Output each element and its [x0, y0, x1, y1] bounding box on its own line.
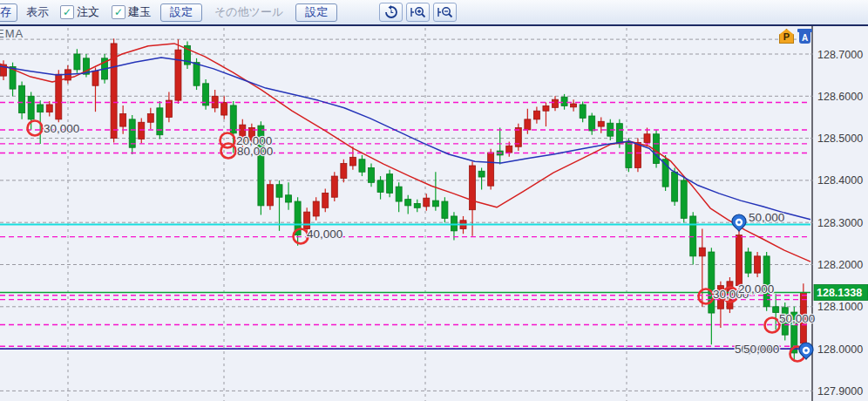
candle-body: [74, 54, 80, 70]
zoom-out-button[interactable]: [433, 3, 457, 22]
candle-body: [387, 174, 393, 194]
trash-bin-icon: A: [799, 32, 810, 44]
axis-price-label: 128.5000: [817, 133, 863, 145]
order-quantity-label: 40,000: [307, 228, 342, 241]
candle-body: [488, 153, 494, 186]
candle-body: [28, 96, 34, 119]
candle-body: [561, 97, 567, 105]
current-price-value: 128.1338: [817, 287, 862, 299]
order-quantity-label: 30,000: [44, 122, 79, 135]
candle-body: [543, 105, 549, 111]
candle-body: [230, 105, 236, 133]
candle-body: [506, 146, 512, 153]
order-quantity-label: 20,000: [738, 282, 774, 296]
delete-all-icon[interactable]: A: [797, 29, 812, 44]
candle-body: [147, 114, 153, 123]
zoom-out-icon: [437, 5, 454, 19]
candle-body: [424, 198, 430, 207]
candle-body: [634, 142, 641, 167]
candle-body: [276, 185, 282, 197]
price-axis: 128.7000128.6000128.5000128.4000128.3000…: [810, 26, 863, 401]
zoom-in-button[interactable]: [406, 3, 430, 22]
grid-lines: [0, 28, 810, 401]
candle-body: [19, 85, 25, 112]
history-icon: [383, 5, 399, 19]
candle-body: [773, 307, 779, 313]
candle-body: [525, 119, 531, 130]
candle-body: [580, 105, 586, 118]
save-button[interactable]: 存: [0, 3, 17, 22]
order-quantity-label: 50,000: [743, 343, 779, 356]
candle-body: [626, 142, 632, 167]
candle-body: [672, 172, 678, 201]
candlesticks: [1, 38, 807, 359]
candle-body: [349, 157, 356, 166]
axis-price-label: 128.1000: [817, 301, 863, 313]
candle-body: [432, 200, 438, 207]
checkbox-check-icon: ✓: [60, 5, 74, 19]
candle-body: [571, 104, 577, 107]
checkbox-check-icon: ✓: [112, 5, 125, 19]
display-label: 表示: [26, 4, 49, 20]
candle-body: [681, 180, 687, 218]
position-checkbox[interactable]: ✓ 建玉: [112, 4, 151, 20]
axis-price-label: 128.2000: [817, 259, 863, 271]
candle-body: [654, 134, 660, 164]
candle-body: [396, 187, 402, 201]
candle-body: [313, 201, 319, 216]
order-settings-button[interactable]: 設定: [160, 3, 202, 22]
candle-body: [755, 256, 761, 273]
axis-price-label: 128.4000: [817, 174, 863, 187]
candle-body: [322, 193, 329, 207]
order-pin-marker[interactable]: [732, 214, 746, 231]
order-checkbox-label: 注文: [77, 4, 99, 20]
candle-body: [46, 105, 52, 112]
candle-body: [92, 71, 98, 85]
candle-body: [644, 134, 650, 143]
order-checkbox[interactable]: ✓ 注文: [60, 4, 99, 20]
candle-body: [478, 171, 485, 177]
history-back-button[interactable]: [379, 3, 403, 22]
candle-body: [589, 116, 595, 131]
zoom-in-icon: [410, 5, 427, 19]
toolbar-icon-group: [377, 3, 458, 22]
candle-body: [359, 160, 365, 172]
axis-price-label: 128.7000: [817, 49, 863, 61]
candle-body: [598, 121, 604, 126]
candle-body: [377, 180, 383, 193]
candle-body: [736, 235, 743, 286]
candle-body: [369, 167, 375, 182]
price-chart[interactable]: 128.7000128.6000128.5000128.4000128.3000…: [0, 26, 868, 401]
candle-body: [699, 248, 705, 256]
candle-body: [157, 108, 163, 135]
candle-body: [442, 201, 448, 218]
chart-area: EMA P A 128.7000128.6000128.5000128.4000…: [0, 26, 868, 401]
candle-body: [286, 195, 292, 202]
candle-body: [331, 176, 337, 197]
candle-body: [175, 50, 181, 100]
candle-body: [267, 185, 273, 206]
candle-body: [193, 63, 200, 86]
candle-body: [451, 216, 457, 231]
candle-body: [616, 124, 622, 144]
candle-body: [405, 200, 411, 206]
candle-body: [120, 114, 126, 126]
candle-body: [139, 122, 145, 139]
position-marker-icon[interactable]: P: [779, 29, 794, 44]
candle-body: [533, 111, 539, 119]
current-price-badge: 128.1338: [814, 284, 868, 300]
order-labels: 30,00020,00080,00040,00030,00020,00050,0…: [44, 122, 815, 356]
indicator-label: EMA: [0, 27, 24, 40]
level-lines: [0, 103, 810, 350]
toolbar: 存 表示 ✓ 注文 ✓ 建玉 設定 その他ツール 設定: [0, 0, 868, 26]
order-quantity-label: 50,000: [779, 312, 815, 325]
candle-body: [745, 252, 751, 273]
candle-body: [221, 103, 227, 115]
tools-settings-button[interactable]: 設定: [295, 3, 337, 22]
axis-price-label: 128.0000: [817, 343, 863, 356]
candle-body: [414, 203, 420, 207]
order-pin-marker[interactable]: [799, 343, 813, 359]
axis-price-label: 128.3000: [817, 217, 863, 229]
other-tools-label: その他ツール: [214, 4, 283, 20]
candle-body: [553, 99, 559, 107]
